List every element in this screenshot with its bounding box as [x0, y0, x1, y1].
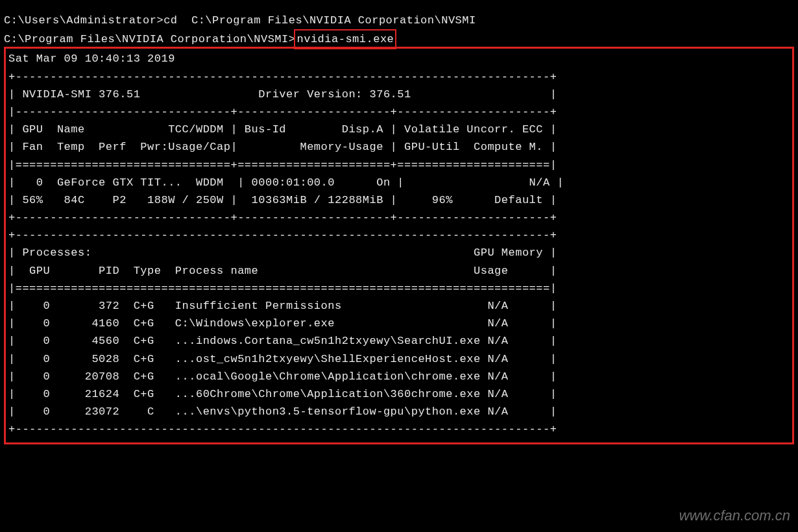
nvidia-smi-command-highlight: nvidia-smi.exe [294, 29, 396, 49]
watermark-text: www.cfan.com.cn [679, 504, 790, 527]
cd-command-text: cd C:\Program Files\NVIDIA Corporation\N… [163, 14, 476, 27]
nvidia-smi-output-highlight: Sat Mar 09 10:40:13 2019 +--------------… [4, 47, 794, 444]
process-row: | 0 4560 C+G ...indows.Cortana_cw5n1h2tx… [8, 332, 790, 350]
prompt-text: C:\Program Files\NVIDIA Corporation\NVSM… [4, 33, 295, 45]
gpu-row-2: | 56% 84C P2 188W / 250W | 10363MiB / 12… [8, 191, 790, 209]
table-border: +---------------------------------------… [8, 226, 790, 244]
timestamp-line: Sat Mar 09 10:40:13 2019 [8, 50, 790, 67]
prompt-text: C:\Users\Administrator> [4, 14, 163, 27]
proc-header-1: | Processes: GPU Memory | [8, 244, 790, 261]
proc-header-2: | GPU PID Type Process name Usage | [8, 262, 790, 280]
gpu-header-1: | GPU Name TCC/WDDM | Bus-Id Disp.A | Vo… [8, 121, 790, 138]
cd-command-line: C:\Users\Administrator>cd C:\Program Fil… [4, 12, 794, 29]
process-row: | 0 5028 C+G ...ost_cw5n1h2txyewy\ShellE… [8, 350, 790, 368]
process-row: | 0 20708 C+G ...ocal\Google\Chrome\Appl… [8, 368, 790, 385]
table-border: +---------------------------------------… [8, 68, 790, 86]
process-row: | 0 23072 C ...\envs\python3.5-tensorflo… [8, 403, 790, 420]
gpu-row-1: | 0 GeForce GTX TIT... WDDM | 0000:01:00… [8, 174, 790, 191]
table-border: |=======================================… [8, 280, 790, 297]
process-row: | 0 372 C+G Insufficient Permissions N/A… [8, 297, 790, 315]
process-rows: | 0 372 C+G Insufficient Permissions N/A… [8, 297, 790, 420]
table-border: +---------------------------------------… [8, 420, 790, 438]
gpu-header-2: | Fan Temp Perf Pwr:Usage/Cap| Memory-Us… [8, 138, 790, 156]
table-border: +-------------------------------+-------… [8, 209, 790, 226]
table-border: |===============================+=======… [8, 156, 790, 174]
version-line: | NVIDIA-SMI 376.51 Driver Version: 376.… [8, 86, 790, 103]
process-row: | 0 21624 C+G ...60Chrome\Chrome\Applica… [8, 385, 790, 403]
table-border: |-------------------------------+-------… [8, 103, 790, 121]
process-row: | 0 4160 C+G C:\Windows\explorer.exe N/A… [8, 315, 790, 332]
